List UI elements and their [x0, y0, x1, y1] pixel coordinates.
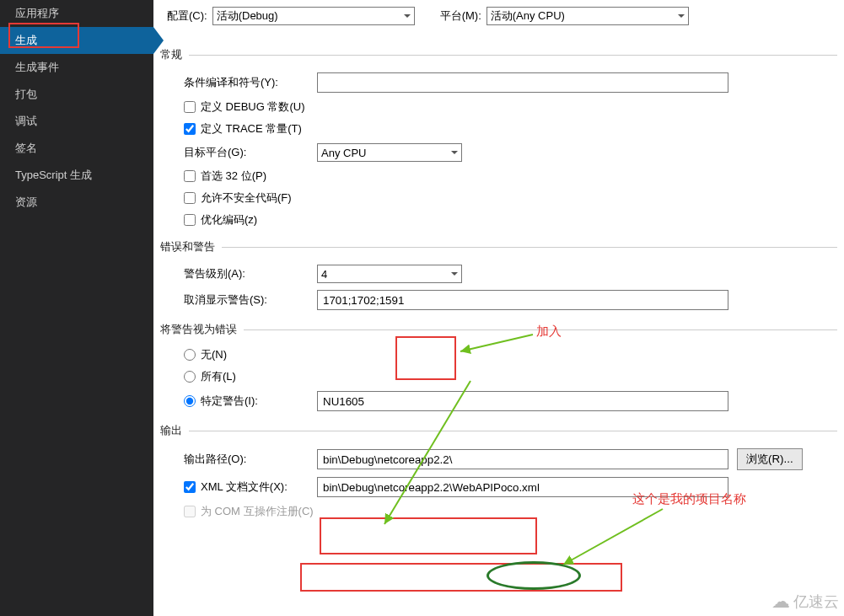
sidebar-item-build[interactable]: 生成: [0, 27, 153, 54]
treat-specific-label: 特定警告(I):: [201, 394, 258, 409]
section-output-title: 输出: [160, 420, 182, 442]
com-register-label: 为 COM 互操作注册(C): [201, 504, 314, 519]
treat-all-radio[interactable]: 所有(L): [184, 369, 236, 384]
main-panel: 配置(C): 活动(Debug) 平台(M): 活动(Any CPU) 常规 条…: [153, 0, 844, 616]
sidebar-item-sign[interactable]: 签名: [0, 135, 153, 162]
com-register-checkbox: 为 COM 互操作注册(C): [184, 504, 314, 519]
section-general-title: 常规: [160, 44, 182, 66]
target-platform-combo[interactable]: Any CPU: [317, 143, 462, 162]
prefer32-checkbox[interactable]: 首选 32 位(P): [184, 169, 266, 184]
cloud-icon: ☁: [771, 591, 790, 613]
platform-value: 活动(Any CPU): [491, 8, 565, 24]
xml-doc-input[interactable]: [317, 477, 728, 497]
browse-button[interactable]: 浏览(R)...: [737, 448, 803, 470]
warn-level-value: 4: [321, 268, 327, 281]
chevron-down-icon: [451, 151, 458, 158]
debug-const-label: 定义 DEBUG 常数(U): [201, 99, 305, 115]
optimize-checkbox[interactable]: 优化编码(z): [184, 212, 257, 228]
sidebar-item-app[interactable]: 应用程序: [0, 0, 153, 27]
cond-input[interactable]: [317, 72, 728, 93]
treat-specific-input[interactable]: [317, 391, 728, 411]
platform-label: 平台(M):: [440, 8, 481, 24]
optimize-label: 优化编码(z): [201, 212, 257, 228]
config-value: 活动(Debug): [217, 8, 278, 24]
unsafe-checkbox[interactable]: 允许不安全代码(F): [184, 190, 292, 206]
config-combo[interactable]: 活动(Debug): [212, 7, 415, 25]
section-treat-title: 将警告视为错误: [160, 319, 237, 340]
trace-const-checkbox[interactable]: 定义 TRACE 常量(T): [184, 121, 302, 137]
sidebar-item-resources[interactable]: 资源: [0, 189, 153, 216]
sidebar-item-build-events[interactable]: 生成事件: [0, 54, 153, 81]
suppress-input[interactable]: [317, 290, 728, 310]
target-platform-value: Any CPU: [321, 147, 366, 159]
treat-none-label: 无(N): [201, 347, 227, 362]
target-platform-label: 目标平台(G):: [184, 145, 309, 160]
treat-specific-radio[interactable]: 特定警告(I):: [184, 394, 309, 409]
sidebar-item-typescript[interactable]: TypeScript 生成: [0, 162, 153, 189]
sidebar-item-debug[interactable]: 调试: [0, 108, 153, 135]
platform-combo[interactable]: 活动(Any CPU): [487, 7, 689, 25]
unsafe-label: 允许不安全代码(F): [201, 190, 292, 206]
xml-doc-label: XML 文档文件(X):: [201, 479, 288, 495]
sidebar-item-package[interactable]: 打包: [0, 81, 153, 108]
treat-none-radio[interactable]: 无(N): [184, 347, 227, 362]
output-path-label: 输出路径(O):: [184, 452, 309, 467]
prefer32-label: 首选 32 位(P): [201, 169, 266, 184]
sidebar: 应用程序 生成 生成事件 打包 调试 签名 TypeScript 生成 资源: [0, 0, 153, 616]
warn-level-combo[interactable]: 4: [317, 265, 462, 283]
warn-level-label: 警告级别(A):: [184, 266, 309, 281]
treat-all-label: 所有(L): [201, 369, 236, 384]
xml-doc-checkbox[interactable]: XML 文档文件(X):: [184, 479, 309, 495]
chevron-down-icon: [678, 14, 685, 21]
cond-label: 条件编译和符号(Y):: [184, 75, 309, 90]
chevron-down-icon: [451, 272, 458, 279]
debug-const-checkbox[interactable]: 定义 DEBUG 常数(U): [184, 99, 305, 115]
trace-const-label: 定义 TRACE 常量(T): [201, 121, 302, 137]
watermark-text: 亿速云: [793, 592, 839, 612]
watermark-logo: ☁ 亿速云: [771, 591, 839, 613]
suppress-label: 取消显示警告(S):: [184, 292, 309, 308]
chevron-down-icon: [404, 14, 411, 21]
output-path-input[interactable]: [317, 449, 728, 469]
config-label: 配置(C):: [167, 8, 207, 24]
section-errors-title: 错误和警告: [160, 236, 215, 258]
